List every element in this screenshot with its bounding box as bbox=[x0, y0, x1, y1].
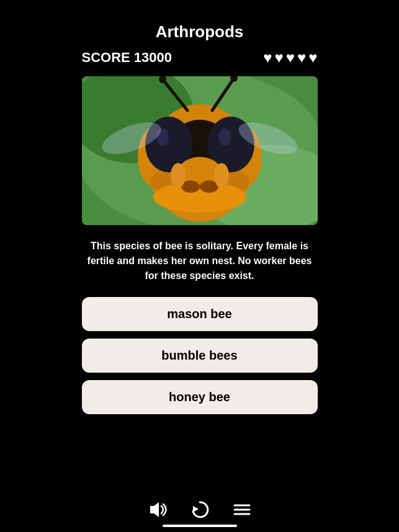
bottom-bar bbox=[0, 500, 399, 520]
answer-button-3[interactable]: honey bee bbox=[82, 380, 318, 414]
svg-point-23 bbox=[171, 163, 186, 188]
heart-1: ♥ bbox=[263, 49, 272, 66]
header: Arthropods SCORE 13000 ♥ ♥ ♥ ♥ ♥ bbox=[82, 22, 318, 66]
hearts-container: ♥ ♥ ♥ ♥ ♥ bbox=[263, 49, 317, 66]
bee-svg bbox=[82, 76, 318, 225]
page-title: Arthropods bbox=[82, 22, 318, 42]
answer-button-2[interactable]: bumble bees bbox=[82, 339, 318, 373]
svg-marker-26 bbox=[193, 506, 199, 512]
sound-button[interactable] bbox=[148, 500, 168, 520]
svg-point-24 bbox=[214, 163, 229, 188]
heart-4: ♥ bbox=[297, 49, 306, 66]
menu-button[interactable] bbox=[232, 500, 252, 520]
svg-point-13 bbox=[218, 128, 231, 146]
refresh-button[interactable] bbox=[190, 500, 210, 520]
heart-2: ♥ bbox=[275, 49, 284, 66]
answer-button-1[interactable]: mason bee bbox=[82, 297, 318, 331]
home-indicator bbox=[163, 525, 237, 527]
answers-container: mason bee bumble bees honey bee bbox=[82, 297, 318, 414]
question-text: This species of bee is solitary. Every f… bbox=[82, 239, 318, 283]
heart-3: ♥ bbox=[286, 49, 295, 66]
svg-marker-25 bbox=[150, 502, 159, 517]
heart-5: ♥ bbox=[308, 49, 317, 66]
score-label: SCORE 13000 bbox=[82, 50, 173, 66]
bee-image-container bbox=[82, 76, 318, 225]
score-row: SCORE 13000 ♥ ♥ ♥ ♥ ♥ bbox=[82, 49, 318, 66]
